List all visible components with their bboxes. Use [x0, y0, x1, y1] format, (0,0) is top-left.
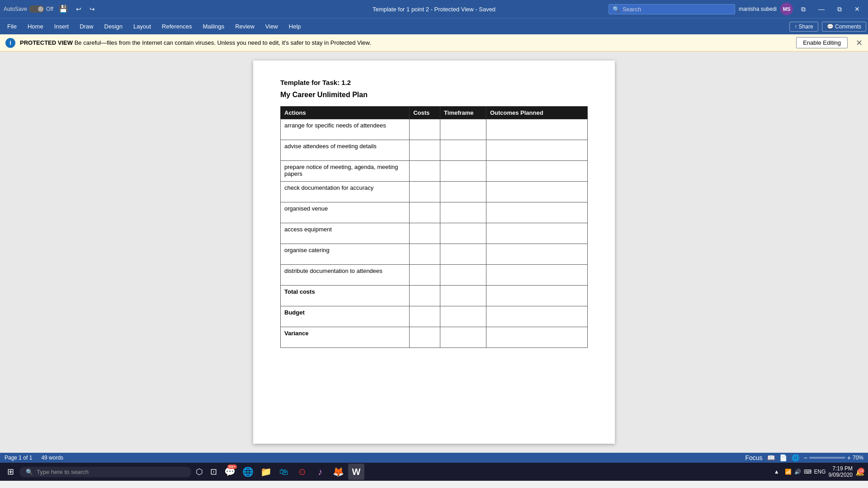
messages-badge: 99+: [227, 465, 237, 469]
table-row: distribute documentation to attendees: [281, 265, 588, 286]
cell-costs-9: [410, 306, 440, 327]
taskbar-search-input[interactable]: [37, 469, 172, 475]
autosave-toggle[interactable]: AutoSave Off: [4, 5, 53, 13]
plan-title: My Career Unlimited Plan: [280, 91, 588, 99]
cell-outcomes-0: [486, 119, 587, 140]
taskbar-app-explorer[interactable]: 📁: [258, 464, 274, 480]
web-layout-button[interactable]: 🌐: [792, 454, 799, 461]
menu-insert[interactable]: Insert: [49, 20, 75, 33]
protected-view-bar: i PROTECTED VIEW Be careful—files from t…: [0, 34, 868, 52]
cell-costs-4: [410, 202, 440, 223]
close-protected-bar-button[interactable]: ✕: [856, 38, 863, 48]
read-mode-button[interactable]: 📖: [767, 454, 775, 461]
taskbar: ⊞ 🔍 ⬡ ⊡ 💬 99+ 🌐 📁 🛍 ⊙ ♪ 🦊 W ▲ 📶 🔊 ⌨ ENG …: [0, 463, 868, 481]
cell-outcomes-7: [486, 265, 587, 286]
cell-costs-3: [410, 182, 440, 202]
cell-outcomes-2: [486, 161, 587, 182]
autosave-pill[interactable]: [29, 5, 44, 13]
menu-file[interactable]: File: [2, 20, 22, 33]
notification-badge: 19: [858, 468, 864, 474]
menu-design[interactable]: Design: [99, 20, 128, 33]
share-button[interactable]: ↑ Share: [789, 22, 818, 32]
career-plan-table: Actions Costs Timeframe Outcomes Planned…: [280, 106, 588, 348]
document-area[interactable]: Template for Task: 1.2 My Career Unlimit…: [0, 52, 868, 453]
cell-outcomes-1: [486, 140, 587, 161]
menu-mailings[interactable]: Mailings: [198, 20, 230, 33]
taskbar-search[interactable]: 🔍: [19, 467, 191, 477]
menu-home[interactable]: Home: [22, 20, 49, 33]
widgets-button[interactable]: ⊡: [208, 467, 220, 477]
search-input[interactable]: [623, 6, 722, 13]
protected-message: Be careful—files from the Internet can c…: [75, 39, 371, 46]
taskbar-app-word[interactable]: W: [348, 464, 364, 480]
cell-action-3: check documentation for accuracy: [281, 182, 410, 202]
info-icon: i: [5, 38, 15, 48]
menu-help[interactable]: Help: [283, 20, 307, 33]
cell-timeframe-5: [440, 223, 486, 244]
restore-button[interactable]: ⧉: [833, 0, 846, 18]
avatar-initials: MS: [783, 6, 791, 12]
cell-timeframe-4: [440, 202, 486, 223]
taskbar-right: ▲ 📶 🔊 ⌨ ENG 7:19 PM 9/09/2020 🔔 19: [771, 465, 864, 478]
share-icon: ↑: [794, 23, 797, 30]
zoom-controls: − + 70%: [804, 454, 863, 461]
print-layout-button[interactable]: 📄: [779, 454, 787, 461]
redo-button[interactable]: ↪: [87, 6, 98, 12]
taskbar-app-firefox[interactable]: 🦊: [330, 464, 346, 480]
cell-outcomes-5: [486, 223, 587, 244]
table-row: arrange for specific needs of attendees: [281, 119, 588, 140]
save-button[interactable]: 💾: [56, 5, 71, 13]
enable-editing-button[interactable]: Enable Editing: [796, 37, 848, 48]
menu-draw[interactable]: Draw: [74, 20, 99, 33]
taskbar-app-office[interactable]: ⊙: [294, 464, 310, 480]
cell-timeframe-10: [440, 327, 486, 348]
language-label: ENG: [814, 469, 826, 475]
chevron-up-button[interactable]: ▲: [771, 469, 782, 475]
table-row: access equipment: [281, 223, 588, 244]
start-button[interactable]: ⊞: [4, 467, 18, 477]
menu-view[interactable]: View: [260, 20, 283, 33]
cell-costs-5: [410, 223, 440, 244]
titlebar: AutoSave Off 💾 ↩ ↪ Template for 1 point …: [0, 0, 868, 18]
window-layout-button[interactable]: ⧉: [797, 0, 810, 18]
taskbar-app-messages[interactable]: 💬 99+: [222, 464, 238, 480]
taskbar-app-store[interactable]: 🛍: [276, 464, 292, 480]
focus-button[interactable]: Focus: [745, 454, 762, 461]
cell-timeframe-0: [440, 119, 486, 140]
taskbar-app-edge[interactable]: 🌐: [240, 464, 256, 480]
cell-outcomes-8: [486, 286, 587, 306]
zoom-in-button[interactable]: +: [847, 454, 851, 461]
cell-timeframe-6: [440, 244, 486, 265]
minimize-button[interactable]: —: [814, 0, 829, 18]
search-box[interactable]: 🔍: [609, 4, 735, 14]
zoom-slider: [809, 457, 845, 459]
header-outcomes: Outcomes Planned: [486, 107, 587, 119]
taskbar-app-itunes[interactable]: ♪: [312, 464, 328, 480]
table-header-row: Actions Costs Timeframe Outcomes Planned: [281, 107, 588, 119]
date-display: 9/09/2020: [829, 472, 853, 478]
cell-outcomes-9: [486, 306, 587, 327]
protected-text: PROTECTED VIEW Be careful—files from the…: [20, 39, 792, 46]
zoom-out-button[interactable]: −: [804, 454, 807, 461]
cell-costs-7: [410, 265, 440, 286]
avatar[interactable]: MS: [780, 3, 793, 15]
cell-costs-2: [410, 161, 440, 182]
menu-references[interactable]: References: [156, 20, 197, 33]
comments-button[interactable]: 💬 Comments: [822, 22, 866, 32]
cell-action-2: prepare notice of meeting, agenda, meeti…: [281, 161, 410, 182]
autosave-label: AutoSave: [4, 6, 27, 12]
table-row: Variance: [281, 327, 588, 348]
task-view-button[interactable]: ⬡: [193, 467, 206, 477]
undo-button[interactable]: ↩: [73, 6, 84, 12]
cell-timeframe-3: [440, 182, 486, 202]
table-body: arrange for specific needs of attendeesa…: [281, 119, 588, 348]
cell-outcomes-6: [486, 244, 587, 265]
close-button[interactable]: ✕: [850, 0, 864, 18]
menu-layout[interactable]: Layout: [128, 20, 156, 33]
menu-review[interactable]: Review: [230, 20, 260, 33]
header-costs: Costs: [410, 107, 440, 119]
page-info: Page 1 of 1: [5, 455, 32, 461]
notification-button[interactable]: 🔔 19: [855, 468, 864, 476]
taskbar-search-icon: 🔍: [26, 469, 33, 475]
document-title: Template for 1 point 2 - Protected View …: [373, 6, 495, 13]
